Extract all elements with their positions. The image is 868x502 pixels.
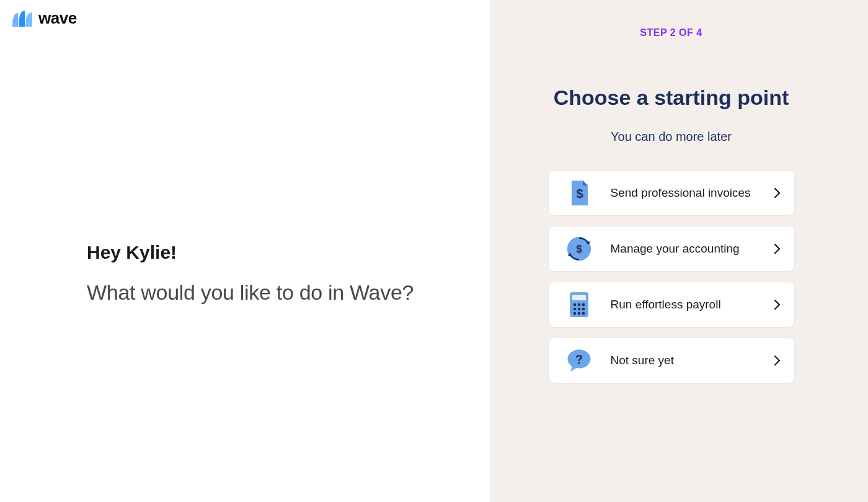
option-label: Not sure yet <box>611 354 756 367</box>
option-accounting[interactable]: $ Manage your accounting <box>548 226 795 272</box>
chevron-right-icon <box>774 244 781 254</box>
svg-rect-6 <box>572 295 586 300</box>
svg-point-7 <box>573 303 576 307</box>
question-icon: ? <box>566 347 592 374</box>
svg-point-9 <box>582 303 585 307</box>
svg-point-11 <box>577 308 580 311</box>
svg-point-12 <box>582 308 585 311</box>
left-panel: wave Hey Kylie! What would you like to d… <box>0 0 490 502</box>
left-content: Hey Kylie! What would you like to do in … <box>87 242 440 305</box>
svg-point-15 <box>582 312 585 315</box>
step-indicator: STEP 2 OF 4 <box>640 27 702 38</box>
option-label: Manage your accounting <box>611 242 756 256</box>
svg-text:$: $ <box>576 187 583 200</box>
svg-text:$: $ <box>576 243 582 255</box>
wave-logo: wave <box>11 9 479 28</box>
svg-point-8 <box>577 303 580 307</box>
right-panel: STEP 2 OF 4 Choose a starting point You … <box>490 0 868 502</box>
option-payroll[interactable]: Run effortless payroll <box>548 282 795 328</box>
svg-point-10 <box>573 308 576 311</box>
option-invoices[interactable]: $ Send professional invoices <box>548 170 795 216</box>
svg-text:?: ? <box>575 352 582 366</box>
question-text: What would you like to do in Wave? <box>87 280 440 305</box>
invoice-icon: $ <box>566 180 592 206</box>
accounting-icon: $ <box>566 236 592 262</box>
chevron-right-icon <box>774 300 781 310</box>
option-label: Run effortless payroll <box>611 298 756 312</box>
page-subtitle: You can do more later <box>611 130 732 144</box>
option-label: Send professional invoices <box>611 186 756 200</box>
option-not-sure[interactable]: ? Not sure yet <box>548 338 795 383</box>
options-list: $ Send professional invoices $ Manage yo… <box>548 170 795 383</box>
svg-point-13 <box>573 312 576 315</box>
wave-logo-text: wave <box>38 9 77 28</box>
payroll-icon <box>566 292 592 318</box>
wave-logo-mark <box>11 9 35 28</box>
chevron-right-icon <box>774 356 781 365</box>
chevron-right-icon <box>774 188 781 198</box>
page-title: Choose a starting point <box>554 86 789 110</box>
greeting-heading: Hey Kylie! <box>87 242 440 263</box>
svg-point-14 <box>577 312 580 315</box>
